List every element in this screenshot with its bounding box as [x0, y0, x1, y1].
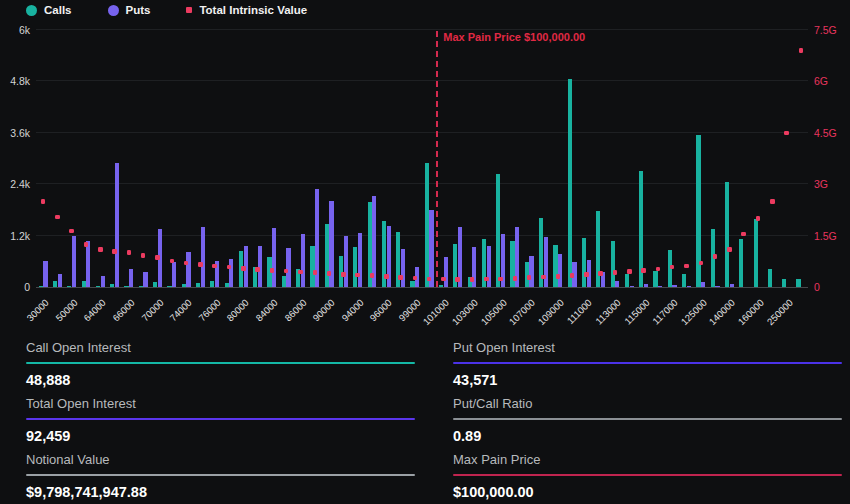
put-bar[interactable] [358, 233, 362, 287]
intrinsic-value-point[interactable] [527, 275, 532, 280]
intrinsic-value-point[interactable] [170, 259, 175, 264]
put-bar[interactable] [172, 262, 176, 287]
put-bar[interactable] [201, 227, 205, 287]
put-bar[interactable] [129, 269, 133, 287]
intrinsic-value-point[interactable] [355, 273, 360, 278]
intrinsic-value-point[interactable] [270, 268, 275, 273]
call-bar[interactable] [682, 274, 686, 287]
put-bar[interactable] [687, 286, 691, 288]
put-bar[interactable] [143, 272, 147, 287]
put-bar[interactable] [43, 261, 47, 287]
put-bar[interactable] [558, 254, 562, 287]
intrinsic-value-point[interactable] [484, 277, 489, 282]
put-bar[interactable] [186, 252, 190, 287]
call-bar[interactable] [568, 79, 572, 287]
call-bar[interactable] [182, 284, 186, 287]
call-bar[interactable] [410, 281, 414, 287]
intrinsic-value-point[interactable] [613, 270, 618, 275]
call-bar[interactable] [167, 286, 171, 288]
intrinsic-value-point[interactable] [784, 131, 789, 136]
intrinsic-value-point[interactable] [741, 232, 746, 237]
call-bar[interactable] [82, 281, 86, 287]
intrinsic-value-point[interactable] [198, 262, 203, 267]
intrinsic-value-point[interactable] [341, 272, 346, 277]
call-bar[interactable] [653, 271, 657, 287]
call-bar[interactable] [325, 224, 329, 287]
put-bar[interactable] [444, 257, 448, 287]
call-bar[interactable] [210, 281, 214, 287]
call-bar[interactable] [139, 286, 143, 288]
intrinsic-value-point[interactable] [98, 247, 103, 252]
intrinsic-value-point[interactable] [470, 277, 475, 282]
put-bar[interactable] [630, 286, 634, 288]
put-bar[interactable] [701, 282, 705, 287]
options-open-interest-chart[interactable]: 01.2k2.4k3.6k4.8k6k 01.5G3G4.5G6G7.5G Ma… [0, 0, 850, 332]
call-bar[interactable] [754, 219, 758, 287]
intrinsic-value-point[interactable] [212, 264, 217, 269]
put-bar[interactable] [101, 276, 105, 287]
intrinsic-value-point[interactable] [641, 268, 646, 273]
intrinsic-value-point[interactable] [670, 265, 675, 270]
intrinsic-value-point[interactable] [570, 273, 575, 278]
put-bar[interactable] [658, 286, 662, 288]
call-bar[interactable] [39, 286, 43, 288]
intrinsic-value-point[interactable] [513, 276, 518, 281]
call-bar[interactable] [611, 241, 615, 287]
put-bar[interactable] [644, 284, 648, 287]
put-bar[interactable] [730, 284, 734, 287]
intrinsic-value-point[interactable] [770, 199, 775, 204]
intrinsic-value-point[interactable] [699, 261, 704, 266]
intrinsic-value-point[interactable] [313, 270, 318, 275]
intrinsic-value-point[interactable] [141, 253, 146, 258]
intrinsic-value-point[interactable] [598, 271, 603, 276]
call-bar[interactable] [725, 182, 729, 287]
intrinsic-value-point[interactable] [398, 275, 403, 280]
intrinsic-value-point[interactable] [656, 267, 661, 272]
call-bar[interactable] [496, 174, 500, 287]
call-bar[interactable] [53, 281, 57, 287]
call-bar[interactable] [124, 286, 128, 288]
intrinsic-value-point[interactable] [427, 277, 432, 282]
intrinsic-value-point[interactable] [227, 265, 232, 270]
intrinsic-value-point[interactable] [127, 250, 132, 255]
call-bar[interactable] [768, 269, 772, 287]
intrinsic-value-point[interactable] [370, 273, 375, 278]
intrinsic-value-point[interactable] [384, 274, 389, 279]
call-bar[interactable] [96, 286, 100, 288]
intrinsic-value-point[interactable] [327, 271, 332, 276]
call-bar[interactable] [796, 279, 800, 287]
put-bar[interactable] [615, 281, 619, 287]
call-bar[interactable] [553, 245, 557, 287]
put-bar[interactable] [86, 241, 90, 287]
intrinsic-value-point[interactable] [55, 215, 60, 220]
call-bar[interactable] [353, 247, 357, 287]
intrinsic-value-point[interactable] [455, 277, 460, 282]
intrinsic-value-point[interactable] [413, 276, 418, 281]
intrinsic-value-point[interactable] [241, 266, 246, 271]
call-bar[interactable] [282, 276, 286, 287]
call-bar[interactable] [153, 282, 157, 287]
intrinsic-value-point[interactable] [756, 216, 761, 221]
intrinsic-value-point[interactable] [441, 277, 446, 282]
intrinsic-value-point[interactable] [41, 199, 46, 204]
intrinsic-value-point[interactable] [556, 274, 561, 279]
put-bar[interactable] [58, 274, 62, 287]
put-bar[interactable] [115, 163, 119, 287]
intrinsic-value-point[interactable] [541, 275, 546, 280]
put-bar[interactable] [715, 286, 719, 288]
intrinsic-value-point[interactable] [84, 242, 89, 247]
put-bar[interactable] [529, 256, 533, 287]
call-bar[interactable] [439, 285, 443, 287]
put-bar[interactable] [401, 249, 405, 287]
intrinsic-value-point[interactable] [112, 249, 117, 254]
put-bar[interactable] [301, 234, 305, 287]
put-bar[interactable] [544, 237, 548, 287]
intrinsic-value-point[interactable] [498, 277, 503, 282]
call-bar[interactable] [310, 246, 314, 287]
intrinsic-value-point[interactable] [298, 270, 303, 275]
put-bar[interactable] [286, 248, 290, 287]
put-bar[interactable] [344, 236, 348, 287]
call-bar[interactable] [110, 284, 114, 287]
intrinsic-value-point[interactable] [155, 255, 160, 260]
intrinsic-value-point[interactable] [799, 48, 804, 53]
